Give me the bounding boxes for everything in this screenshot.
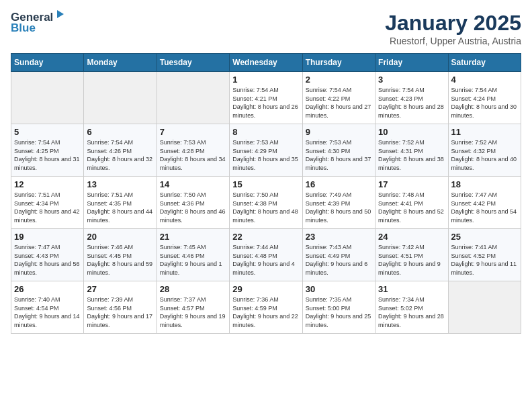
calendar-cell (448, 281, 521, 334)
day-info: Sunrise: 7:44 AM Sunset: 4:48 PM Dayligh… (232, 243, 299, 277)
day-info: Sunrise: 7:54 AM Sunset: 4:21 PM Dayligh… (232, 86, 299, 120)
calendar-cell: 11Sunrise: 7:52 AM Sunset: 4:32 PM Dayli… (448, 124, 521, 177)
day-number: 6 (87, 127, 153, 137)
calendar-cell: 19Sunrise: 7:47 AM Sunset: 4:43 PM Dayli… (11, 229, 84, 281)
day-info: Sunrise: 7:50 AM Sunset: 4:36 PM Dayligh… (160, 191, 226, 224)
weekday-header: Monday (84, 54, 157, 72)
day-number: 30 (306, 284, 372, 294)
page-header: General Blue January 2025 Ruestorf, Uppe… (11, 11, 521, 46)
calendar-week-row: 5Sunrise: 7:54 AM Sunset: 4:25 PM Daylig… (11, 124, 521, 177)
calendar-cell: 28Sunrise: 7:37 AM Sunset: 4:57 PM Dayli… (157, 281, 229, 334)
calendar-cell (157, 72, 229, 124)
calendar-cell (11, 72, 84, 124)
calendar-cell: 26Sunrise: 7:40 AM Sunset: 4:54 PM Dayli… (11, 281, 84, 334)
calendar-week-row: 19Sunrise: 7:47 AM Sunset: 4:43 PM Dayli… (11, 229, 521, 281)
weekday-header: Wednesday (230, 54, 302, 72)
calendar-cell: 5Sunrise: 7:54 AM Sunset: 4:25 PM Daylig… (11, 124, 84, 177)
day-info: Sunrise: 7:51 AM Sunset: 4:34 PM Dayligh… (14, 191, 81, 224)
day-number: 5 (14, 127, 81, 137)
day-number: 16 (306, 179, 372, 189)
day-info: Sunrise: 7:53 AM Sunset: 4:30 PM Dayligh… (306, 138, 372, 172)
day-info: Sunrise: 7:42 AM Sunset: 4:51 PM Dayligh… (378, 243, 445, 277)
calendar-cell: 18Sunrise: 7:47 AM Sunset: 4:42 PM Dayli… (448, 177, 521, 229)
day-number: 2 (306, 75, 372, 85)
svg-marker-0 (57, 10, 64, 18)
calendar-cell: 2Sunrise: 7:54 AM Sunset: 4:22 PM Daylig… (302, 72, 375, 124)
day-info: Sunrise: 7:51 AM Sunset: 4:35 PM Dayligh… (87, 191, 153, 224)
day-info: Sunrise: 7:53 AM Sunset: 4:28 PM Dayligh… (160, 138, 226, 172)
calendar-cell: 7Sunrise: 7:53 AM Sunset: 4:28 PM Daylig… (157, 124, 229, 177)
calendar-week-row: 1Sunrise: 7:54 AM Sunset: 4:21 PM Daylig… (11, 72, 521, 124)
day-number: 14 (160, 179, 226, 189)
day-info: Sunrise: 7:41 AM Sunset: 4:52 PM Dayligh… (451, 243, 518, 277)
day-number: 25 (451, 232, 518, 242)
calendar-cell: 4Sunrise: 7:54 AM Sunset: 4:24 PM Daylig… (448, 72, 521, 124)
day-number: 7 (160, 127, 226, 137)
calendar-cell: 24Sunrise: 7:42 AM Sunset: 4:51 PM Dayli… (375, 229, 448, 281)
calendar-cell: 30Sunrise: 7:35 AM Sunset: 5:00 PM Dayli… (302, 281, 375, 334)
calendar-cell: 23Sunrise: 7:43 AM Sunset: 4:49 PM Dayli… (302, 229, 375, 281)
calendar-cell: 17Sunrise: 7:48 AM Sunset: 4:41 PM Dayli… (375, 177, 448, 229)
calendar-cell: 25Sunrise: 7:41 AM Sunset: 4:52 PM Dayli… (448, 229, 521, 281)
day-number: 3 (378, 75, 445, 85)
day-info: Sunrise: 7:48 AM Sunset: 4:41 PM Dayligh… (378, 191, 445, 224)
weekday-header: Saturday (448, 54, 521, 72)
day-info: Sunrise: 7:54 AM Sunset: 4:23 PM Dayligh… (378, 86, 445, 120)
day-info: Sunrise: 7:47 AM Sunset: 4:43 PM Dayligh… (14, 243, 81, 277)
calendar-cell: 15Sunrise: 7:50 AM Sunset: 4:38 PM Dayli… (230, 177, 302, 229)
calendar-cell: 13Sunrise: 7:51 AM Sunset: 4:35 PM Dayli… (84, 177, 157, 229)
day-info: Sunrise: 7:54 AM Sunset: 4:22 PM Dayligh… (306, 86, 372, 120)
day-number: 4 (451, 75, 518, 85)
calendar-title: January 2025 (385, 11, 521, 36)
day-number: 17 (378, 179, 445, 189)
day-number: 27 (87, 284, 153, 294)
day-info: Sunrise: 7:53 AM Sunset: 4:29 PM Dayligh… (232, 138, 299, 172)
calendar-cell: 14Sunrise: 7:50 AM Sunset: 4:36 PM Dayli… (157, 177, 229, 229)
day-number: 23 (306, 232, 372, 242)
weekday-header: Tuesday (157, 54, 229, 72)
day-number: 21 (160, 232, 226, 242)
calendar-cell: 21Sunrise: 7:45 AM Sunset: 4:46 PM Dayli… (157, 229, 229, 281)
logo: General Blue (11, 11, 65, 35)
day-info: Sunrise: 7:49 AM Sunset: 4:39 PM Dayligh… (306, 191, 372, 224)
day-info: Sunrise: 7:50 AM Sunset: 4:38 PM Dayligh… (232, 191, 299, 224)
day-info: Sunrise: 7:45 AM Sunset: 4:46 PM Dayligh… (160, 243, 226, 277)
day-info: Sunrise: 7:52 AM Sunset: 4:31 PM Dayligh… (378, 138, 445, 172)
day-info: Sunrise: 7:43 AM Sunset: 4:49 PM Dayligh… (306, 243, 372, 277)
weekday-header: Sunday (11, 54, 84, 72)
logo-icon (54, 9, 65, 19)
day-info: Sunrise: 7:54 AM Sunset: 4:24 PM Dayligh… (451, 86, 518, 120)
day-number: 24 (378, 232, 445, 242)
calendar-subtitle: Ruestorf, Upper Austria, Austria (385, 36, 521, 46)
day-number: 12 (14, 179, 81, 189)
calendar-cell: 27Sunrise: 7:39 AM Sunset: 4:56 PM Dayli… (84, 281, 157, 334)
day-number: 22 (232, 232, 299, 242)
day-number: 19 (14, 232, 81, 242)
calendar-cell: 6Sunrise: 7:54 AM Sunset: 4:26 PM Daylig… (84, 124, 157, 177)
day-number: 8 (232, 127, 299, 137)
calendar-table: SundayMondayTuesdayWednesdayThursdayFrid… (11, 53, 521, 334)
day-number: 9 (306, 127, 372, 137)
calendar-cell: 16Sunrise: 7:49 AM Sunset: 4:39 PM Dayli… (302, 177, 375, 229)
day-info: Sunrise: 7:54 AM Sunset: 4:25 PM Dayligh… (14, 138, 81, 172)
calendar-cell: 1Sunrise: 7:54 AM Sunset: 4:21 PM Daylig… (230, 72, 302, 124)
calendar-cell (84, 72, 157, 124)
day-number: 15 (232, 179, 299, 189)
day-number: 11 (451, 127, 518, 137)
weekday-header: Friday (375, 54, 448, 72)
day-info: Sunrise: 7:35 AM Sunset: 5:00 PM Dayligh… (306, 295, 372, 329)
calendar-week-row: 26Sunrise: 7:40 AM Sunset: 4:54 PM Dayli… (11, 281, 521, 334)
calendar-cell: 3Sunrise: 7:54 AM Sunset: 4:23 PM Daylig… (375, 72, 448, 124)
day-number: 18 (451, 179, 518, 189)
day-number: 31 (378, 284, 445, 294)
day-info: Sunrise: 7:52 AM Sunset: 4:32 PM Dayligh… (451, 138, 518, 172)
calendar-cell: 10Sunrise: 7:52 AM Sunset: 4:31 PM Dayli… (375, 124, 448, 177)
calendar-cell: 29Sunrise: 7:36 AM Sunset: 4:59 PM Dayli… (230, 281, 302, 334)
day-info: Sunrise: 7:39 AM Sunset: 4:56 PM Dayligh… (87, 295, 153, 329)
day-info: Sunrise: 7:36 AM Sunset: 4:59 PM Dayligh… (232, 295, 299, 329)
day-info: Sunrise: 7:40 AM Sunset: 4:54 PM Dayligh… (14, 295, 81, 329)
weekday-header-row: SundayMondayTuesdayWednesdayThursdayFrid… (11, 54, 521, 72)
calendar-cell: 12Sunrise: 7:51 AM Sunset: 4:34 PM Dayli… (11, 177, 84, 229)
day-number: 1 (232, 75, 299, 85)
calendar-week-row: 12Sunrise: 7:51 AM Sunset: 4:34 PM Dayli… (11, 177, 521, 229)
